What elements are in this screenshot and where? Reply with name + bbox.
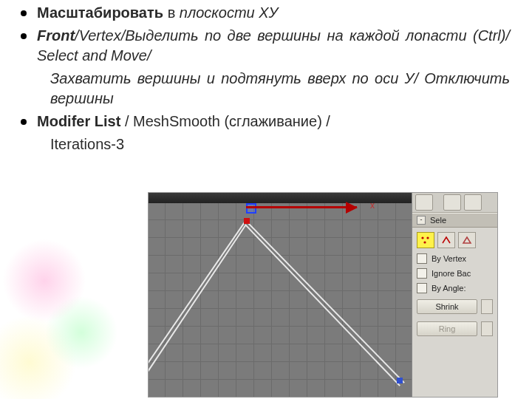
bullet-list: Масштабировать в плоскости ХУ Front/Vert…	[13, 3, 510, 154]
vertex[interactable]	[397, 378, 403, 383]
label: Ring	[439, 324, 456, 333]
text: плоскости ХУ	[180, 4, 279, 21]
by-angle-row[interactable]: By Angle:	[412, 281, 497, 296]
by-vertex-row[interactable]: By Vertex	[412, 251, 497, 266]
subobj-border-button[interactable]	[458, 232, 476, 248]
rollout-header-selection[interactable]: - Sele	[412, 213, 497, 228]
instruction-text: Масштабировать в плоскости ХУ Front/Vert…	[0, 0, 532, 154]
rollout-title: Sele	[430, 216, 446, 225]
toolbar-row	[412, 193, 497, 213]
subobj-vertex-button[interactable]	[417, 232, 434, 248]
text: Масштабировать	[37, 4, 163, 21]
text: Захватить вершины и подтянуть вверх по о…	[50, 70, 510, 106]
ring-button[interactable]: Ring	[417, 321, 477, 336]
label: Shrink	[435, 302, 458, 311]
label: By Angle:	[432, 284, 466, 293]
text: Front	[37, 27, 75, 44]
axis-x-handle[interactable]	[246, 206, 357, 208]
label: By Vertex	[432, 254, 466, 263]
checkbox[interactable]	[417, 283, 427, 293]
shrink-button[interactable]: Shrink	[417, 299, 477, 314]
shrink-grow-row: Shrink	[412, 296, 497, 318]
tool-button[interactable]	[464, 194, 482, 211]
label: Ignore Bac	[432, 269, 471, 278]
command-panel: - Sele By Vertex Ignore Bac By Angle:	[412, 193, 497, 397]
svg-point-2	[423, 241, 426, 243]
axis-x-label: x	[370, 200, 375, 211]
text: Modifer List	[37, 113, 120, 129]
bullet-2: Front/Vertex/Выделить по две вершины на …	[13, 26, 510, 66]
svg-point-1	[426, 236, 429, 239]
subobj-edge-button[interactable]	[437, 232, 455, 248]
viewport[interactable]: x	[149, 193, 412, 397]
text: /Vertex/Выделить по две вершины на каждо…	[37, 27, 510, 64]
tool-button[interactable]	[443, 194, 461, 211]
bullet-2-sub: Захватить вершины и подтянуть вверх по о…	[13, 69, 510, 109]
text: в	[163, 4, 180, 21]
axis-z-handle[interactable]	[246, 203, 256, 214]
screenshot-3dsmax: x - Sele By Vertex	[148, 192, 498, 398]
spinner[interactable]	[481, 321, 493, 336]
sub-object-row	[412, 228, 497, 251]
selected-vertex[interactable]	[244, 218, 250, 224]
text: / MeshSmooth (сглаживание) /	[120, 113, 330, 129]
spinner[interactable]	[481, 299, 493, 314]
checkbox[interactable]	[417, 268, 427, 279]
text: Iterations-3	[50, 136, 124, 152]
ring-loop-row: Ring	[412, 318, 497, 340]
bullet-3-sub: Iterations-3	[13, 134, 510, 154]
ignore-backfacing-row[interactable]: Ignore Bac	[412, 266, 497, 281]
tool-button[interactable]	[415, 194, 433, 211]
bullet-1: Масштабировать в плоскости ХУ	[13, 3, 510, 23]
bullet-3: Modifer List / MeshSmooth (сглаживание) …	[13, 112, 510, 132]
move-gizmo[interactable]: x	[246, 199, 379, 228]
svg-point-0	[421, 236, 423, 239]
checkbox[interactable]	[417, 253, 427, 264]
collapse-icon: -	[417, 216, 426, 225]
